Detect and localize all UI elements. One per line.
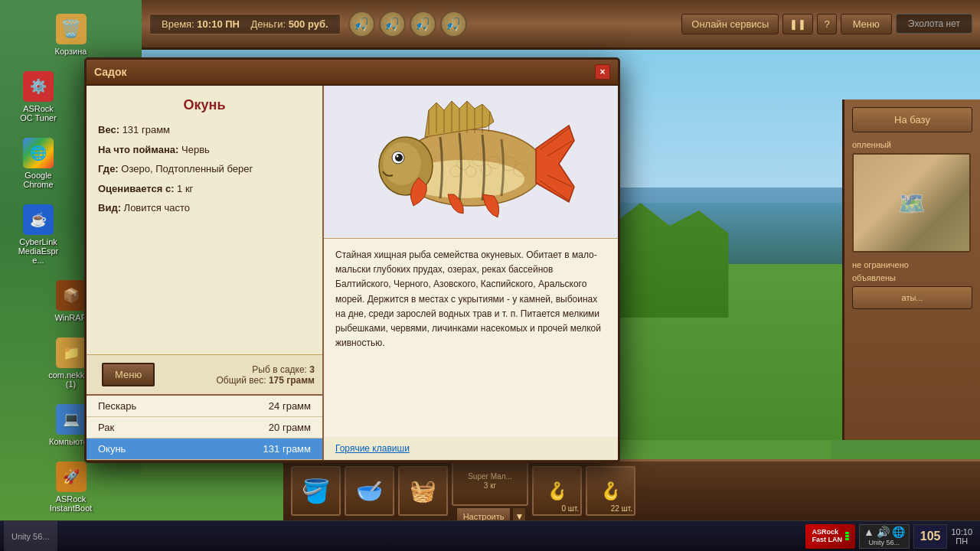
tray-icon-3[interactable]: 🌐 (892, 526, 905, 538)
frequency-value: Ловится часто (124, 202, 190, 214)
okun-name: Окунь (98, 443, 126, 455)
notify-number: 105 (920, 530, 941, 543)
okun-weight: 131 грамм (263, 443, 311, 455)
asrock-tray-label: ASRockFast LAN (812, 529, 842, 544)
bait-label: На что поймана: (98, 144, 178, 155)
fish-weight-stat: Общий вес: 175 грамм (216, 375, 315, 386)
price-value: 1 кг (177, 183, 193, 194)
clock-time: 10:10 (951, 527, 972, 536)
fish-info-panel: Окунь Вес: 131 грамм На что поймана: Чер… (87, 86, 322, 354)
modal-titlebar: Садок × (87, 60, 618, 86)
total-weight-label: Общий вес: (216, 375, 266, 386)
rak-name: Рак (98, 422, 114, 433)
fish-count-stat: Рыб в садке: 3 (216, 364, 315, 375)
fish-list: Пескарь 24 грамм Рак 20 грамм Окунь 131 … (87, 394, 322, 460)
modal-right-panel: Стайная хищная рыба семейства окуневых. … (324, 86, 618, 460)
tray-icon-2[interactable]: 🔊 (877, 526, 890, 538)
tray-win-label: Unity 56... (869, 539, 900, 546)
clock-date: ПН (951, 536, 972, 546)
system-tray: ASRockFast LAN ▲ 🔊 🌐 Unity 56... 10 (798, 521, 980, 551)
fish-stats: Рыб в садке: 3 Общий вес: 175 грамм (216, 364, 315, 386)
peskar-weight: 24 грамм (269, 400, 311, 412)
fish-stats-footer: Меню Рыб в садке: 3 Общий вес: 175 грамм (87, 354, 322, 394)
fish-name: Окунь (98, 97, 311, 113)
rak-weight: 20 грамм (269, 422, 311, 433)
fish-frequency-detail: Вид: Ловится часто (98, 201, 311, 216)
fish-description: Стайная хищная рыба семейства окуневых. … (324, 239, 618, 437)
bar3 (845, 538, 849, 540)
modal-overlay: Садок × Окунь Вес: 131 грамм На что пойм… (0, 0, 980, 551)
asrock-tray-widget[interactable]: ASRockFast LAN (805, 524, 855, 549)
notification-count[interactable]: 105 (913, 524, 948, 549)
tray-icons-row2: Unity 56... (869, 539, 900, 546)
modal-left-panel: Окунь Вес: 131 грамм На что поймана: Чер… (87, 86, 324, 460)
network-bars (845, 532, 849, 540)
fish-bait-detail: На что поймана: Червь (98, 142, 311, 158)
svg-point-5 (395, 154, 403, 161)
fish-weight-detail: Вес: 131 грамм (98, 122, 311, 138)
count-label: Рыб в садке: (252, 364, 307, 375)
bar2 (845, 535, 849, 537)
frequency-label: Вид: (98, 202, 121, 214)
sadok-dialog: Садок × Окунь Вес: 131 грамм На что пойм… (84, 57, 620, 463)
modal-title: Садок (94, 66, 127, 78)
bar1 (845, 532, 849, 534)
fish-location-detail: Где: Озеро, Подтопленный берег (98, 161, 311, 177)
fish-description-text: Стайная хищная рыба семейства окуневых. … (335, 248, 606, 350)
peskar-name: Пескарь (98, 400, 136, 412)
modal-close-button[interactable]: × (595, 64, 610, 80)
tray-icon-1[interactable]: ▲ (864, 526, 874, 538)
fish-list-row-rak[interactable]: Рак 20 грамм (87, 417, 322, 439)
fish-image (364, 95, 578, 229)
weight-label: Вес: (98, 124, 119, 135)
count-value: 3 (309, 364, 315, 375)
tray-icons-group: ▲ 🔊 🌐 Unity 56... (859, 524, 910, 549)
fish-price-detail: Оценивается с: 1 кг (98, 181, 311, 197)
fish-list-row-okun[interactable]: Окунь 131 грамм (87, 439, 322, 460)
svg-point-6 (397, 155, 399, 158)
modal-menu-button[interactable]: Меню (102, 363, 155, 386)
price-label: Оценивается с: (98, 183, 174, 194)
tray-clock: 10:10 ПН (951, 527, 972, 546)
weight-value: 131 грамм (122, 124, 170, 135)
taskbar-items: Unity 56... (0, 521, 61, 551)
modal-body: Окунь Вес: 131 грамм На что поймана: Чер… (87, 86, 618, 460)
fish-list-row-peskar[interactable]: Пескарь 24 грамм (87, 396, 322, 417)
hotkeys-link[interactable]: Горячие клавиши (324, 437, 618, 460)
location-value: Озеро, Подтопленный берег (121, 163, 253, 174)
desktop: 🗑️ Корзина ⚙️ ASRock OC Tuner ⚡ XFast US… (0, 0, 980, 551)
svg-point-3 (383, 142, 421, 185)
location-label: Где: (98, 163, 119, 174)
total-weight-value: 175 грамм (269, 375, 315, 386)
tray-icons-row1: ▲ 🔊 🌐 (864, 526, 905, 538)
bait-value: Червь (181, 144, 210, 155)
taskbar: Unity 56... ASRockFast LAN ▲ 🔊 🌐 (0, 520, 980, 551)
taskbar-game-item[interactable]: Unity 56... (4, 521, 57, 551)
fish-image-area (324, 86, 618, 239)
